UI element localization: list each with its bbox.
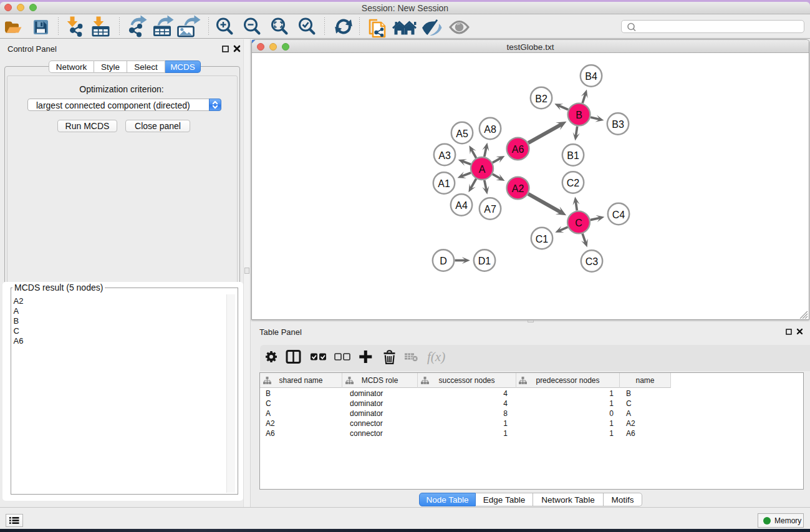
svg-text:A1: A1 bbox=[438, 178, 450, 189]
svg-text:B1: B1 bbox=[567, 150, 579, 161]
svg-text:A8: A8 bbox=[484, 124, 496, 135]
svg-text:C1: C1 bbox=[536, 234, 549, 244]
svg-text:C: C bbox=[575, 218, 582, 228]
svg-text:A5: A5 bbox=[456, 128, 468, 139]
svg-text:D: D bbox=[440, 256, 447, 266]
svg-text:B: B bbox=[576, 110, 582, 120]
svg-text:A7: A7 bbox=[484, 204, 496, 215]
svg-text:C2: C2 bbox=[567, 178, 580, 188]
svg-text:A: A bbox=[479, 164, 486, 175]
svg-text:B3: B3 bbox=[612, 119, 624, 130]
svg-text:B2: B2 bbox=[535, 94, 547, 104]
svg-text:A3: A3 bbox=[438, 150, 451, 161]
svg-text:A4: A4 bbox=[455, 200, 468, 211]
svg-text:C4: C4 bbox=[612, 210, 625, 220]
svg-text:D1: D1 bbox=[478, 256, 491, 266]
svg-text:B4: B4 bbox=[585, 71, 597, 82]
svg-text:f(x): f(x) bbox=[427, 349, 445, 364]
svg-text:A6: A6 bbox=[512, 144, 524, 155]
svg-text:C3: C3 bbox=[586, 256, 599, 267]
svg-text:A2: A2 bbox=[512, 183, 524, 194]
